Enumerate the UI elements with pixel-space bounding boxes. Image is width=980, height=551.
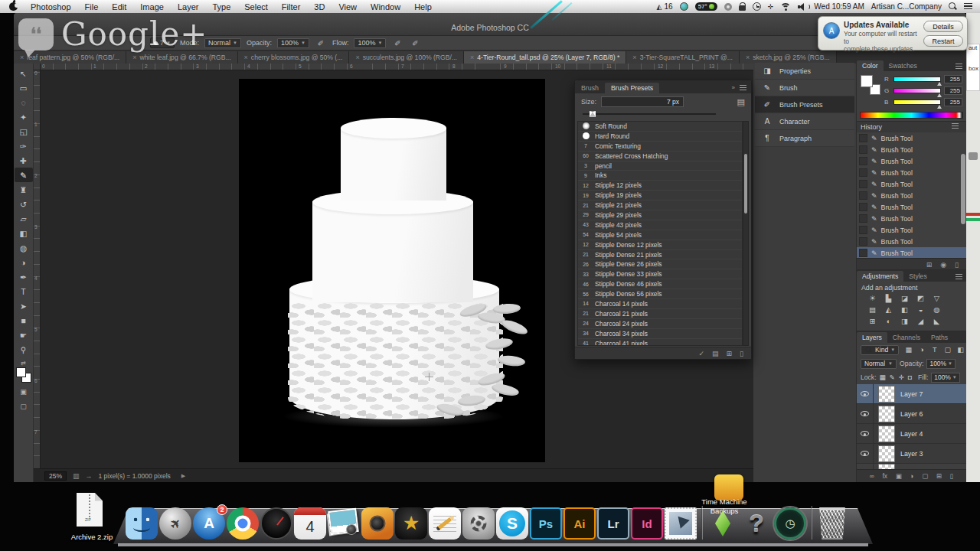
history-source-checkbox[interactable] [859,168,867,177]
brush-preset-row[interactable]: 21 Stipple Dense 21 pixels [578,250,742,260]
panel-footer-icon[interactable]: ▤ [712,350,719,357]
app-status-icon[interactable]: ◭16 [657,2,673,11]
layer-thumbnail[interactable] [878,406,895,422]
tool-button[interactable]: ◧ [15,226,33,240]
panel-dock-item[interactable]: A Character [755,113,854,130]
dock-app-icon[interactable]: ◷ [774,507,806,540]
quick-mask-button[interactable]: ▣ [17,386,31,397]
history-step-row[interactable]: ✎ Brush Tool [857,247,966,258]
tool-button[interactable]: ✒ [15,269,33,284]
layer-visibility-toggle[interactable] [857,404,874,423]
brush-preset-row[interactable]: 54 Stipple 54 pixels [578,230,742,240]
brush-preset-row[interactable]: 34 Charcoal 34 pixels [578,329,742,339]
close-icon[interactable]: × [632,54,636,61]
dock-app-icon[interactable]: Id [631,507,663,540]
menu-item[interactable]: Layer [171,2,206,12]
slider-thumb[interactable] [937,93,942,97]
panel-footer-icon[interactable]: ⊞ [926,261,933,269]
layers-panel-tab[interactable]: Paths [926,332,953,343]
brush-preset-row[interactable]: 21 Stipple 21 pixels [578,201,742,210]
adjustment-icon[interactable]: ⊞ [864,315,880,327]
layer-filter-icon[interactable]: T [929,346,939,354]
brush-preset-row[interactable]: 24 Charcoal 24 pixels [578,319,742,329]
color-spectrum-ramp[interactable] [860,112,963,119]
panel-footer-icon[interactable]: ▯ [955,261,959,269]
bluetooth-icon[interactable]: ✛ [768,3,774,11]
layer-opacity-field[interactable]: 100%▼ [926,359,955,369]
panel-dock-item[interactable]: ✐ Brush Presets [755,96,854,113]
lock-icon[interactable] [739,2,746,11]
tool-button[interactable]: ↖ [15,66,33,80]
panel-menu-icon[interactable] [956,274,962,279]
layer-row[interactable]: Layer 6 [857,404,966,424]
menu-item[interactable]: 3D [307,2,332,12]
close-icon[interactable]: × [20,54,24,61]
brush-preset-row[interactable]: 29 Stipple 29 pixels [578,210,742,220]
pressure-size-icon[interactable]: ✐ [409,37,421,48]
panel-menu-icon[interactable] [956,64,962,69]
brush-size-slider[interactable] [583,109,743,119]
document-tab[interactable]: × leaf pattern.jpg @ 50% (RGB/... [14,51,126,64]
layer-thumbnail[interactable] [878,425,895,442]
layer-fill-field[interactable]: 100%▼ [931,373,959,383]
tool-button[interactable]: ☛ [15,328,33,342]
channel-value-field[interactable]: 255 [944,86,962,95]
zoom-level-field[interactable]: 25% [44,471,67,481]
dock-app-icon[interactable] [429,507,461,540]
panel-dock-item[interactable]: ✎ Brush [755,80,854,96]
adjustment-icon[interactable]: ◣ [929,315,945,327]
dock-app-icon[interactable] [707,507,739,540]
tab-adjustments[interactable]: Adjustments [857,271,903,282]
adjustment-icon[interactable]: ◍ [929,304,945,315]
tab-color[interactable]: Color [857,60,884,71]
adjustment-icon[interactable]: ◒ [913,304,929,315]
tool-button[interactable]: ▱ [15,211,33,226]
lock-option-icon[interactable]: ◘ [908,373,912,381]
layers-footer-icon[interactable]: ▢ [922,472,928,480]
panel-menu-icon[interactable] [740,85,746,90]
dock-app-icon[interactable]: Ps [530,507,562,540]
history-step-row[interactable]: ✎ Brush Tool [857,236,966,247]
layer-visibility-toggle[interactable] [857,444,874,463]
close-icon[interactable]: × [244,54,248,61]
history-step-row[interactable]: ✎ Brush Tool [857,132,966,144]
status-flyout-icon[interactable]: ▶ [181,473,185,479]
menubar-clock[interactable]: Wed 10:59 AM [814,2,864,11]
menu-item[interactable]: Select [237,2,275,12]
history-step-row[interactable]: ✎ Brush Tool [857,213,966,224]
history-step-row[interactable]: ✎ Brush Tool [857,190,966,201]
tool-button[interactable]: ◍ [15,240,33,255]
sync-status-icon[interactable] [680,2,688,11]
history-source-checkbox[interactable] [859,191,867,200]
tab-styles[interactable]: Styles [903,271,932,282]
dock-app-icon[interactable] [227,507,259,540]
swap-colors-icon[interactable]: ⇄ [21,360,26,367]
tab-brush[interactable]: Brush [575,83,605,93]
dock-app-icon[interactable]: ✈ [159,507,191,540]
restart-button[interactable]: Restart [923,35,963,47]
history-step-row[interactable]: ✎ Brush Tool [857,178,966,190]
panel-footer-icon[interactable]: ▯ [740,350,743,357]
history-step-row[interactable]: ✎ Brush Tool [857,144,966,155]
document-tab[interactable]: × cherry blossoms.jpg @ 50% (... [238,51,350,64]
dock-app-icon[interactable]: A 2 [193,507,225,540]
airbrush-flow-icon[interactable]: ✐ [391,37,403,48]
menu-item[interactable]: Photoshop [24,2,78,12]
history-source-checkbox[interactable] [859,249,867,257]
panel-footer-icon[interactable]: ✓ [698,350,704,357]
apple-menu-icon[interactable] [9,2,18,11]
tool-button[interactable]: T [15,284,33,298]
lock-option-icon[interactable]: ✎ [890,373,895,381]
dock-app-icon[interactable]: ★ [395,507,427,540]
spotlight-search-icon[interactable] [949,2,957,11]
menu-item[interactable]: Edit [105,2,133,12]
screen-mode-button[interactable]: ▢ [17,401,31,412]
channel-slider[interactable] [893,99,941,105]
close-icon[interactable]: × [746,54,750,61]
brush-preset-row[interactable]: Soft Round [578,122,742,132]
panel-dock-item[interactable]: ¶ Paragraph [755,130,854,147]
dock-app-icon[interactable] [462,507,495,540]
dock-app-icon[interactable]: ? [740,507,773,540]
history-scrollbar[interactable] [961,154,965,224]
slider-thumb[interactable] [590,111,596,117]
